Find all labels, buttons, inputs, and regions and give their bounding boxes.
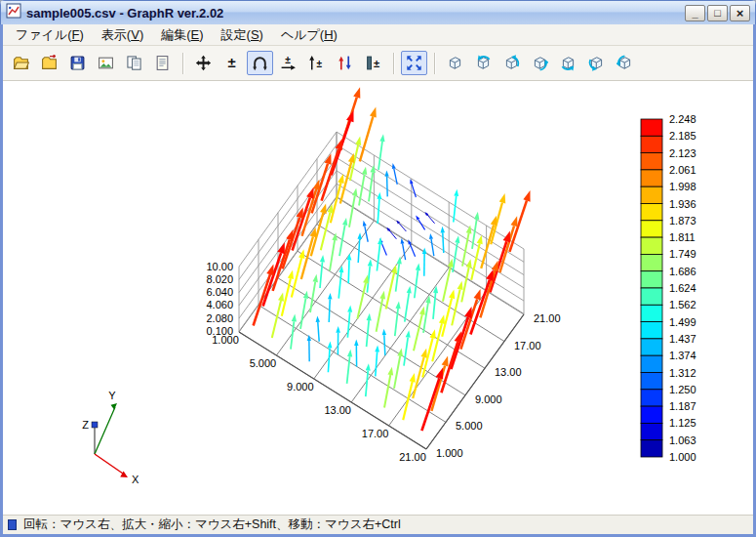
svg-text:8.020: 8.020 bbox=[206, 273, 233, 285]
bar-scale-button[interactable]: ± bbox=[360, 51, 386, 75]
cube-rot-3-icon bbox=[532, 55, 548, 71]
svg-text:21.00: 21.00 bbox=[399, 451, 426, 463]
view-rotate-2-button[interactable] bbox=[498, 51, 525, 75]
menu-view[interactable]: 表示(V) bbox=[93, 24, 152, 46]
minimize-button[interactable]: _ bbox=[685, 5, 705, 21]
svg-text:9.000: 9.000 bbox=[287, 381, 314, 392]
z-axis-scale-button[interactable]: ± bbox=[303, 51, 330, 75]
svg-text:1.125: 1.125 bbox=[669, 417, 696, 429]
toolbar-separator bbox=[434, 53, 435, 74]
copy-clipboard-button[interactable] bbox=[121, 51, 147, 75]
vector-arrows bbox=[254, 87, 531, 431]
axis-triad: ZYX bbox=[82, 390, 139, 485]
plot-area: 1.0005.0009.00013.0017.0021.001.0005.000… bbox=[3, 81, 753, 515]
svg-text:21.00: 21.00 bbox=[534, 312, 561, 324]
cube-rot-4-icon bbox=[560, 55, 577, 71]
svg-text:1.000: 1.000 bbox=[669, 451, 696, 463]
status-text: 回転：マウス右、拡大・縮小：マウス右+Shift、移動：マウス右+Ctrl bbox=[23, 516, 401, 533]
svg-text:9.000: 9.000 bbox=[475, 393, 502, 405]
svg-text:±: ± bbox=[316, 59, 322, 69]
svg-text:2.185: 2.185 bbox=[669, 130, 696, 142]
axis-x-pm-icon: ± bbox=[280, 55, 297, 71]
window-title: sample005.csv - GraphR ver.2.02 bbox=[26, 6, 680, 21]
svg-text:0.100: 0.100 bbox=[206, 325, 233, 337]
svg-text:17.00: 17.00 bbox=[514, 340, 541, 351]
svg-text:Z: Z bbox=[82, 419, 89, 431]
pan-step-button[interactable]: ± bbox=[219, 51, 245, 75]
svg-text:1.811: 1.811 bbox=[669, 231, 696, 243]
svg-text:1.749: 1.749 bbox=[669, 248, 696, 260]
menu-bar: ファイル(F)表示(V)編集(E)設定(S)ヘルプ(H) bbox=[3, 24, 753, 46]
svg-text:1.686: 1.686 bbox=[669, 266, 696, 277]
save-button[interactable] bbox=[64, 51, 91, 75]
svg-text:1.187: 1.187 bbox=[669, 400, 696, 412]
svg-text:1.873: 1.873 bbox=[669, 215, 696, 227]
pan-tool-button[interactable] bbox=[190, 51, 217, 75]
menu-file[interactable]: ファイル(F) bbox=[7, 24, 93, 46]
toolbar: ±±±± bbox=[3, 46, 753, 81]
menu-edit[interactable]: 編集(E) bbox=[152, 24, 212, 46]
svg-text:4.060: 4.060 bbox=[206, 299, 233, 310]
svg-text:1.624: 1.624 bbox=[669, 282, 696, 294]
svg-text:1.936: 1.936 bbox=[669, 198, 696, 210]
svg-text:1.499: 1.499 bbox=[669, 316, 696, 328]
menu-settings[interactable]: 設定(S) bbox=[213, 24, 272, 46]
axis-y-pm-icon: ± bbox=[308, 55, 325, 71]
svg-text:1.437: 1.437 bbox=[669, 333, 696, 345]
open-append-button[interactable] bbox=[36, 51, 62, 75]
title-bar[interactable]: sample005.csv - GraphR ver.2.02 _ □ × bbox=[0, 0, 756, 24]
svg-text:2.123: 2.123 bbox=[669, 147, 696, 159]
bar-pm-icon: ± bbox=[365, 55, 381, 71]
rotate-tool-button[interactable] bbox=[247, 51, 273, 75]
view-rotate-1-button[interactable] bbox=[470, 51, 497, 75]
svg-text:6.040: 6.040 bbox=[206, 286, 233, 298]
cube-rot-1-icon bbox=[475, 55, 492, 71]
menu-help[interactable]: ヘルプ(H) bbox=[272, 24, 346, 46]
view-data-button[interactable] bbox=[149, 51, 176, 75]
open-file-button[interactable] bbox=[8, 51, 34, 75]
copy-icon bbox=[126, 55, 142, 71]
svg-text:2.061: 2.061 bbox=[669, 164, 696, 176]
svg-text:1.312: 1.312 bbox=[669, 367, 696, 379]
status-bar: 回転：マウス右、拡大・縮小：マウス右+Shift、移動：マウス右+Ctrl bbox=[3, 515, 753, 534]
copy-image-button[interactable] bbox=[93, 51, 119, 75]
svg-text:1.374: 1.374 bbox=[669, 350, 696, 361]
app-window: sample005.csv - GraphR ver.2.02 _ □ × ファ… bbox=[0, 0, 756, 537]
plusminus-icon: ± bbox=[223, 55, 240, 71]
svg-text:5.000: 5.000 bbox=[250, 357, 277, 369]
cube-icon bbox=[447, 55, 463, 71]
maximize-button[interactable]: □ bbox=[707, 5, 728, 21]
view-rotate-3-button[interactable] bbox=[527, 51, 553, 75]
close-button[interactable]: × bbox=[730, 5, 750, 21]
svg-text:1.063: 1.063 bbox=[669, 434, 696, 446]
plot-canvas[interactable]: 1.0005.0009.00013.0017.0021.001.0005.000… bbox=[3, 81, 753, 515]
window-frame: ファイル(F)表示(V)編集(E)設定(S)ヘルプ(H) ±±±± 1.0005… bbox=[0, 24, 756, 537]
x-axis-scale-button[interactable]: ± bbox=[275, 51, 301, 75]
svg-text:1.562: 1.562 bbox=[669, 299, 696, 310]
floppy-icon bbox=[69, 55, 86, 71]
view-rotate-6-button[interactable] bbox=[612, 51, 638, 75]
document-icon bbox=[154, 55, 171, 71]
rotate-icon bbox=[252, 55, 268, 71]
picture-icon bbox=[98, 55, 114, 71]
svg-text:2.080: 2.080 bbox=[206, 312, 233, 324]
view-rotate-4-button[interactable] bbox=[555, 51, 581, 75]
vector-length-button[interactable] bbox=[332, 51, 358, 75]
svg-text:1.998: 1.998 bbox=[669, 181, 696, 192]
svg-text:±: ± bbox=[374, 58, 379, 69]
colorbar: 2.2482.1852.1232.0611.9981.9361.8731.811… bbox=[641, 113, 696, 463]
svg-text:5.000: 5.000 bbox=[456, 420, 483, 432]
status-grip-icon bbox=[8, 519, 17, 530]
view-cube-button[interactable] bbox=[442, 51, 468, 75]
toolbar-separator bbox=[393, 53, 394, 74]
fit-view-button[interactable] bbox=[401, 51, 427, 75]
cube-rot-6-icon bbox=[617, 55, 633, 71]
svg-text:17.00: 17.00 bbox=[362, 428, 389, 439]
cube-rot-5-icon bbox=[588, 55, 605, 71]
svg-text:1.250: 1.250 bbox=[669, 384, 696, 395]
window-controls: _ □ × bbox=[685, 5, 750, 21]
view-rotate-5-button[interactable] bbox=[583, 51, 610, 75]
folder-arrow-icon bbox=[41, 55, 58, 71]
folder-open-icon bbox=[13, 55, 29, 71]
svg-text:±: ± bbox=[285, 55, 291, 65]
